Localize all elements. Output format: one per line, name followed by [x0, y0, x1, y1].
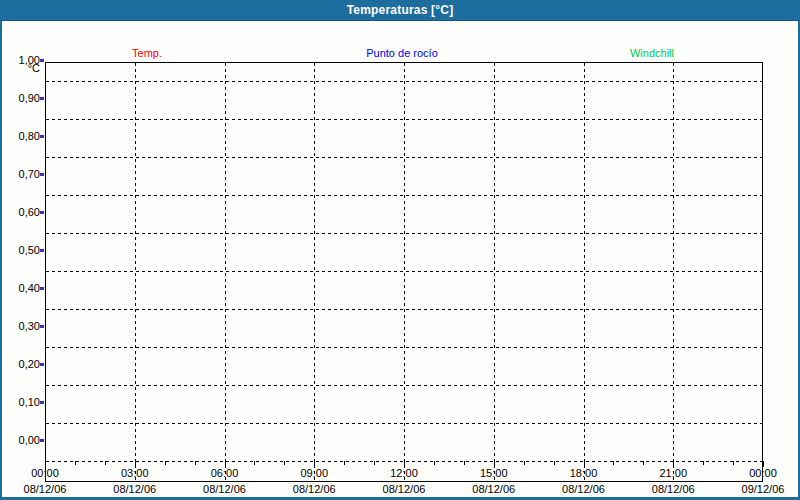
legend-item-windchill: Windchill: [630, 47, 674, 59]
v-gridline: [314, 63, 315, 481]
y-tick-label: 0,80: [3, 129, 40, 143]
x-date-label: 08/12/06: [185, 483, 265, 495]
x-date-label: 08/12/06: [95, 483, 175, 495]
y-tick-label: 0,60: [3, 205, 40, 219]
y-tick-marker: [40, 173, 44, 176]
x-minor-tick: [524, 461, 525, 465]
chart-window: Temperaturas [°C] Temp.Punto de rocíoWin…: [0, 0, 800, 500]
v-gridline: [225, 63, 226, 481]
y-tick-label: 0,70: [3, 167, 40, 181]
x-date-label: 08/12/06: [364, 483, 444, 495]
x-time-label: 06:00: [190, 467, 260, 479]
y-tick-marker: [40, 97, 44, 100]
legend-item-temp: Temp.: [132, 47, 162, 59]
v-gridline: [494, 63, 495, 481]
y-tick-label: 1,00: [3, 53, 40, 67]
x-minor-tick: [344, 461, 345, 465]
x-minor-tick: [254, 461, 255, 465]
x-minor-tick: [75, 461, 76, 465]
x-time-label: 21:00: [638, 467, 708, 479]
y-tick-marker: [40, 287, 44, 290]
title-bar: Temperaturas [°C]: [0, 0, 800, 21]
y-tick-marker: [40, 249, 44, 252]
x-minor-tick: [195, 461, 196, 465]
y-tick-marker: [40, 211, 44, 214]
x-time-label: 12:00: [369, 467, 439, 479]
chart-panel: Temp.Punto de rocíoWindchill °C 00:0008/…: [2, 21, 798, 497]
y-tick-label: 0,20: [3, 357, 40, 371]
v-gridline: [404, 63, 405, 481]
y-tick-marker: [40, 59, 44, 62]
legend-item-dew-point: Punto de rocío: [366, 47, 438, 59]
x-date-label: 09/12/06: [723, 483, 800, 495]
x-time-label: 00:00: [728, 467, 798, 479]
y-tick-marker: [40, 439, 44, 442]
x-date-label: 08/12/06: [5, 483, 85, 495]
x-date-label: 08/12/06: [544, 483, 624, 495]
x-minor-tick: [643, 461, 644, 465]
y-tick-marker: [40, 325, 44, 328]
x-minor-tick: [284, 461, 285, 465]
x-time-label: 15:00: [459, 467, 529, 479]
v-gridline: [673, 63, 674, 481]
y-tick-marker: [40, 401, 44, 404]
x-minor-tick: [703, 461, 704, 465]
x-minor-tick: [613, 461, 614, 465]
x-minor-tick: [105, 461, 106, 465]
x-minor-tick: [733, 461, 734, 465]
y-tick-marker: [40, 363, 44, 366]
x-minor-tick: [374, 461, 375, 465]
x-date-label: 08/12/06: [454, 483, 534, 495]
y-tick-label: 0,40: [3, 281, 40, 295]
x-minor-tick: [554, 461, 555, 465]
x-minor-tick: [464, 461, 465, 465]
x-date-label: 08/12/06: [274, 483, 354, 495]
x-time-label: 09:00: [279, 467, 349, 479]
x-time-label: 03:00: [100, 467, 170, 479]
chart-title: Temperaturas [°C]: [347, 3, 454, 17]
plot-area: [45, 62, 763, 482]
y-tick-label: 0,50: [3, 243, 40, 257]
y-tick-label: 0,90: [3, 91, 40, 105]
y-tick-marker: [40, 135, 44, 138]
v-gridline: [135, 63, 136, 481]
x-minor-tick: [165, 461, 166, 465]
x-time-label: 00:00: [10, 467, 80, 479]
x-time-label: 18:00: [549, 467, 619, 479]
v-gridline: [584, 63, 585, 481]
y-tick-label: 0,30: [3, 319, 40, 333]
y-tick-label: 0,10: [3, 395, 40, 409]
x-minor-tick: [434, 461, 435, 465]
y-tick-label: 0,00: [3, 433, 40, 447]
x-date-label: 08/12/06: [633, 483, 713, 495]
